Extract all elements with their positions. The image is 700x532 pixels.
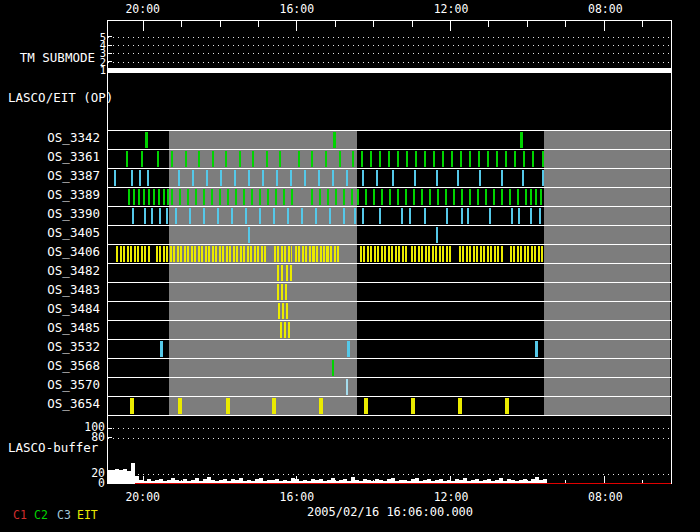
event-tick bbox=[532, 151, 534, 167]
row-separator-line bbox=[107, 377, 672, 378]
event-tick bbox=[347, 341, 350, 357]
event-tick bbox=[163, 189, 165, 205]
event-tick bbox=[329, 208, 331, 224]
event-tick bbox=[460, 151, 462, 167]
event-tick bbox=[436, 227, 438, 243]
event-tick bbox=[333, 132, 336, 148]
event-tick bbox=[175, 208, 177, 224]
event-tick bbox=[285, 284, 287, 300]
tm-scale-tick bbox=[108, 61, 112, 62]
event-tick bbox=[166, 208, 168, 224]
hour-tick-top bbox=[412, 21, 413, 27]
event-tick bbox=[148, 189, 150, 205]
event-tick bbox=[505, 151, 507, 167]
event-tick bbox=[469, 189, 471, 205]
event-tick bbox=[259, 208, 261, 224]
event-tick bbox=[277, 265, 279, 281]
event-tick bbox=[318, 170, 320, 186]
event-tick bbox=[542, 151, 544, 167]
event-tick bbox=[518, 208, 520, 224]
event-tick bbox=[275, 189, 277, 205]
gray-band bbox=[544, 131, 670, 415]
event-tick bbox=[346, 170, 348, 186]
hour-tick-top bbox=[335, 21, 336, 27]
timeline-chart: 20:0020:0016:0016:0012:0012:0008:0008:00… bbox=[0, 0, 700, 532]
event-tick bbox=[501, 189, 503, 205]
event-tick bbox=[411, 398, 415, 414]
event-tick bbox=[226, 398, 230, 414]
row-label: OS_3406 bbox=[0, 246, 100, 259]
event-tick bbox=[414, 170, 416, 186]
event-tick bbox=[539, 208, 541, 224]
event-tick bbox=[517, 189, 519, 205]
event-tick bbox=[298, 151, 300, 167]
event-tick bbox=[114, 170, 116, 186]
event-tick-burst bbox=[360, 246, 408, 262]
event-tick bbox=[346, 379, 348, 395]
event-tick bbox=[351, 189, 353, 205]
event-tick bbox=[437, 189, 439, 205]
tm-submode-label: TM SUBMODE bbox=[0, 52, 95, 65]
event-tick-burst bbox=[459, 246, 503, 262]
event-tick bbox=[311, 189, 313, 205]
event-tick bbox=[442, 151, 444, 167]
event-tick bbox=[126, 151, 128, 167]
event-tick bbox=[479, 170, 481, 186]
hour-tick-top bbox=[488, 21, 489, 27]
hour-tick-top bbox=[604, 21, 605, 31]
event-tick bbox=[362, 208, 364, 224]
event-tick bbox=[279, 151, 281, 167]
buffer-gridline bbox=[108, 474, 670, 475]
event-tick bbox=[288, 322, 290, 338]
event-tick bbox=[227, 189, 229, 205]
camera-legend: C1C2C3EIT bbox=[0, 509, 200, 523]
event-tick bbox=[301, 208, 303, 224]
event-tick bbox=[461, 189, 463, 205]
event-tick bbox=[284, 322, 286, 338]
event-tick bbox=[446, 208, 448, 224]
event-tick bbox=[171, 189, 173, 205]
event-tick bbox=[278, 303, 280, 319]
row-label: OS_3568 bbox=[0, 360, 100, 373]
row-label: OS_3532 bbox=[0, 341, 100, 354]
event-tick bbox=[496, 151, 498, 167]
event-tick bbox=[436, 170, 438, 186]
row-label: OS_3387 bbox=[0, 170, 100, 183]
event-tick bbox=[397, 189, 399, 205]
row-label: OS_3654 bbox=[0, 398, 100, 411]
event-tick bbox=[362, 170, 364, 186]
event-tick bbox=[243, 189, 245, 205]
event-tick bbox=[158, 189, 160, 205]
event-tick bbox=[373, 189, 375, 205]
event-tick bbox=[131, 170, 133, 186]
event-tick bbox=[487, 151, 489, 167]
hour-tick-top bbox=[181, 21, 182, 27]
event-tick bbox=[281, 265, 283, 281]
row-separator-line bbox=[107, 301, 672, 302]
event-tick bbox=[339, 151, 341, 167]
bottom-axis-label: 12:00 bbox=[434, 492, 469, 504]
event-tick bbox=[364, 398, 368, 414]
event-tick bbox=[153, 189, 155, 205]
event-tick-burst bbox=[116, 246, 151, 262]
buffer-red-zero-line bbox=[135, 483, 671, 484]
event-tick bbox=[159, 208, 161, 224]
event-tick bbox=[461, 208, 463, 224]
hour-tick-top bbox=[258, 21, 259, 27]
event-tick bbox=[343, 208, 345, 224]
event-tick bbox=[535, 189, 537, 205]
event-tick bbox=[185, 151, 187, 167]
top-axis-label: 08:00 bbox=[588, 4, 623, 16]
row-label: OS_3570 bbox=[0, 379, 100, 392]
event-tick bbox=[343, 189, 345, 205]
event-tick bbox=[535, 341, 538, 357]
event-tick bbox=[509, 189, 511, 205]
event-tick bbox=[429, 189, 431, 205]
event-tick bbox=[530, 208, 532, 224]
event-tick bbox=[225, 151, 227, 167]
event-tick bbox=[235, 189, 237, 205]
event-tick bbox=[332, 360, 334, 376]
event-tick bbox=[273, 208, 275, 224]
row-separator-line bbox=[107, 130, 672, 131]
bottom-axis-label: 20:00 bbox=[125, 492, 160, 504]
